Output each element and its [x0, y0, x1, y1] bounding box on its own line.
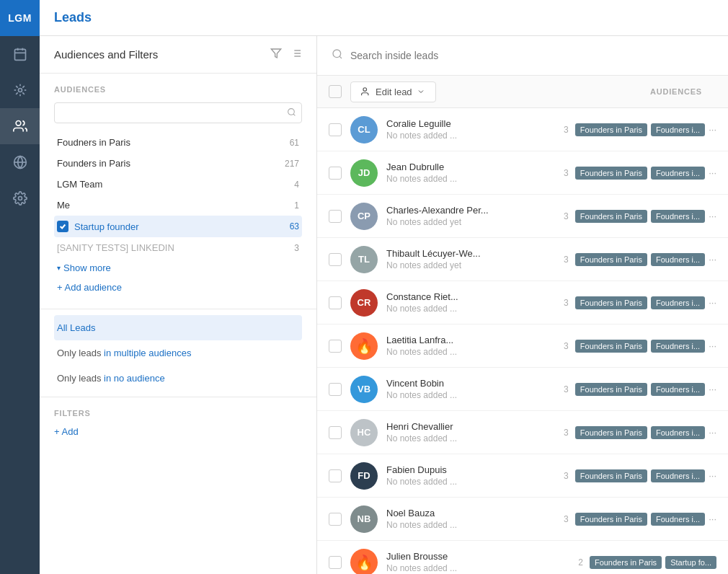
- filter-tab-no-audience[interactable]: Only leads in no audience: [54, 366, 302, 391]
- calendar-nav-icon[interactable]: [0, 36, 40, 72]
- settings-nav-icon[interactable]: [0, 180, 40, 216]
- lead-checkbox[interactable]: [329, 426, 342, 439]
- avatar: CP: [350, 203, 378, 230]
- audience-count: 217: [285, 159, 299, 169]
- audiences-column-label: AUDIENCES: [650, 87, 716, 96]
- app-logo: LGM: [0, 0, 40, 36]
- lead-audiences: 3 Founders in Paris Foudners i... ···: [564, 123, 716, 136]
- lead-checkbox[interactable]: [329, 513, 342, 526]
- search-bar: [317, 36, 728, 76]
- chevron-down-icon: ▾: [57, 264, 61, 272]
- lead-audiences: 3 Founders in Paris Foudners i... ···: [564, 469, 716, 482]
- page-title: Leads: [54, 10, 92, 25]
- audience-count: 1: [294, 200, 299, 211]
- lead-checkbox[interactable]: [329, 167, 342, 180]
- lead-name: Constance Riet...: [386, 291, 555, 302]
- lead-row: CR Constance Riet... No notes added ... …: [317, 281, 728, 324]
- filter-tab-all-leads[interactable]: All Leads: [54, 315, 302, 340]
- audience-search-wrapper: [54, 102, 302, 123]
- audience-item-me[interactable]: Me 1: [54, 195, 302, 216]
- lead-row: FD Fabien Dupuis No notes added ... 3 Fo…: [317, 454, 728, 498]
- table-header: Edit lead AUDIENCES: [317, 76, 728, 108]
- audience-name: [SANITY TESTS] LINKEDIN: [57, 242, 174, 253]
- avatar: VB: [350, 376, 378, 403]
- add-filter-button[interactable]: + Add: [54, 426, 302, 437]
- lead-row: 🔥 Laetitia Lanfra... No notes added ... …: [317, 324, 728, 368]
- svg-line-23: [339, 56, 342, 58]
- lead-note: No notes added ...: [386, 520, 555, 530]
- avatar: NB: [350, 505, 378, 533]
- lead-name: Julien Brousse: [386, 551, 569, 562]
- show-more-button[interactable]: ▾ Show more: [54, 258, 302, 278]
- lead-note: No notes added ...: [386, 563, 569, 573]
- panel-header: Audiences and Filters: [40, 36, 316, 74]
- lead-info: Noel Bauza No notes added ...: [386, 508, 555, 530]
- select-all-checkbox[interactable]: [329, 85, 342, 98]
- lead-checkbox[interactable]: [329, 556, 342, 569]
- lead-row: CP Charles-Alexandre Per... No notes add…: [317, 195, 728, 238]
- edit-lead-button[interactable]: Edit lead: [350, 81, 436, 102]
- sort-icon[interactable]: [290, 48, 302, 61]
- lead-info: Coralie Leguille No notes added ...: [386, 118, 555, 141]
- audience-count: 63: [290, 221, 299, 231]
- lead-checkbox[interactable]: [329, 123, 342, 136]
- avatar: FD: [350, 462, 378, 490]
- filters-section: FILTERS + Add: [40, 397, 316, 449]
- content-area: Audiences and Filters: [40, 36, 728, 574]
- lead-info: Vincent Bobin No notes added ...: [386, 378, 555, 400]
- lead-note: No notes added ...: [386, 304, 555, 314]
- lead-name: Jean Dubrulle: [386, 162, 555, 172]
- audience-item-founders-paris[interactable]: Founders in Paris 217: [54, 153, 302, 174]
- lead-info: Thibault Lécuyer-We... No notes added ye…: [386, 248, 555, 270]
- filter-icon[interactable]: [270, 48, 282, 61]
- audience-name: LGM Team: [57, 179, 102, 190]
- lead-row: CL Coralie Leguille No notes added ... 3…: [317, 108, 728, 151]
- lead-row: TL Thibault Lécuyer-We... No notes added…: [317, 238, 728, 281]
- top-bar: Leads: [40, 0, 728, 36]
- lead-info: Jean Dubrulle No notes added ...: [386, 162, 555, 184]
- svg-point-12: [18, 197, 22, 200]
- svg-point-24: [363, 88, 367, 92]
- audience-count: 3: [294, 243, 299, 253]
- lead-note: No notes added yet: [386, 217, 555, 227]
- audience-item-foudners-paris[interactable]: Foudners in Paris 61: [54, 132, 302, 153]
- audience-item-sanity-tests[interactable]: [SANITY TESTS] LINKEDIN 3: [54, 237, 302, 258]
- audience-name: Startup founder: [74, 221, 139, 232]
- lead-checkbox[interactable]: [329, 340, 342, 353]
- lead-checkbox[interactable]: [329, 253, 342, 266]
- avatar: JD: [350, 159, 378, 187]
- add-audience-button[interactable]: + Add audience: [54, 278, 302, 297]
- lead-info: Laetitia Lanfra... No notes added ...: [386, 335, 555, 357]
- svg-point-9: [16, 121, 21, 126]
- filter-tab-multiple-audiences[interactable]: Only leads in multiple audiences: [54, 340, 302, 366]
- lead-info: Constance Riet... No notes added ...: [386, 291, 555, 314]
- people-nav-icon[interactable]: [0, 108, 40, 144]
- lead-checkbox[interactable]: [329, 469, 342, 482]
- lead-name: Charles-Alexandre Per...: [386, 205, 555, 216]
- globe-nav-icon[interactable]: [0, 144, 40, 180]
- right-panel: Edit lead AUDIENCES CL Coralie Leguille …: [317, 36, 728, 574]
- audience-name: Founders in Paris: [57, 158, 130, 169]
- audiences-section: AUDIENCES Foudners in Paris 61: [40, 74, 316, 309]
- audience-count: 4: [294, 180, 299, 190]
- filters-label: FILTERS: [54, 409, 302, 418]
- lead-audiences: 3 Founders in Paris Foudners i... ···: [564, 296, 716, 309]
- lead-note: No notes added ...: [386, 390, 555, 400]
- audience-item-lgm-team[interactable]: LGM Team 4: [54, 174, 302, 195]
- lead-name: Fabien Dupuis: [386, 464, 555, 475]
- lead-audiences: 3 Founders in Paris Foudners i... ···: [564, 513, 716, 526]
- audience-item-startup-founder[interactable]: Startup founder 63: [54, 216, 302, 237]
- lead-checkbox[interactable]: [329, 210, 342, 223]
- lead-name: Vincent Bobin: [386, 378, 555, 389]
- left-panel: Audiences and Filters: [40, 36, 317, 574]
- search-leads-input[interactable]: [350, 50, 714, 61]
- lead-checkbox[interactable]: [329, 383, 342, 396]
- lead-audiences: 3 Founders in Paris Foudners i... ···: [564, 426, 716, 439]
- panel-header-icons: [270, 48, 302, 61]
- chart-nav-icon[interactable]: [0, 72, 40, 108]
- lead-audiences: 3 Founders in Paris Foudners i... ···: [564, 340, 716, 353]
- lead-checkbox[interactable]: [329, 296, 342, 309]
- filter-tabs: All Leads Only leads in multiple audienc…: [40, 309, 316, 397]
- lead-row: JD Jean Dubrulle No notes added ... 3 Fo…: [317, 151, 728, 195]
- audience-search-input[interactable]: [54, 102, 302, 123]
